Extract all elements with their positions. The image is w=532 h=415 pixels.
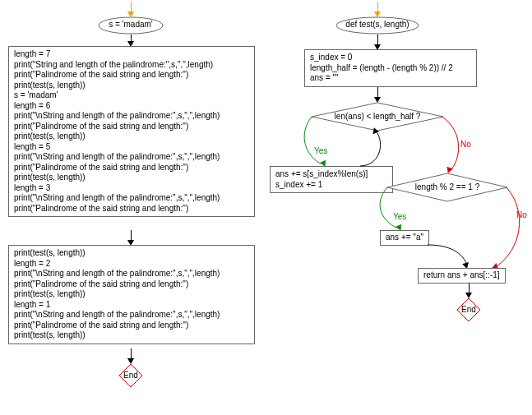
flowchart-canvas: s = 'madam' length = 7 print("String and… [0,0,532,415]
right-init-block: s_index = 0 length_half = (length - (len… [304,49,477,87]
right-cond2-yes-curve [386,187,411,230]
right-cond1-yes-curve [311,117,335,166]
left-code-block-1: length = 7 print("String and length of t… [8,46,255,217]
right-start-label: def test(s, length) [335,20,419,30]
right-loop-back-curve [360,130,393,168]
right-append-a-block: ans += "a" [380,230,429,246]
left-start-label: s = 'madam' [98,20,164,30]
right-cond1-no-curve [428,117,460,174]
right-cond2-no-curve [497,187,521,270]
right-cond1-no-label: No [460,140,471,150]
left-end-label: End [118,371,143,381]
right-return-block: return ans + ans[::-1] [418,268,506,284]
right-cond2-yes-label: Yes [393,212,406,223]
right-cond1-yes-label: Yes [314,146,327,157]
right-cond2-no-label: No [516,210,527,221]
left-code-block-2: print(test(s, length)) length = 2 print(… [8,245,255,344]
right-end-label: End [456,305,481,316]
right-loop-body-block: ans += s[s_index%len(s)] s_index += 1 [270,166,393,193]
